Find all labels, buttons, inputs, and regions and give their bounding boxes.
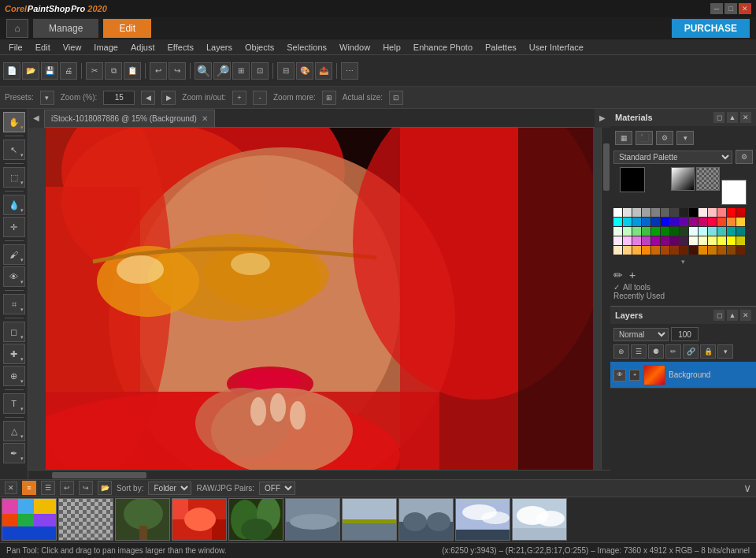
- color-cell[interactable]: [689, 218, 698, 226]
- actual-size-icon[interactable]: ⊡: [251, 62, 269, 80]
- export-icon[interactable]: 📤: [315, 62, 332, 80]
- add-color-icon[interactable]: +: [629, 269, 636, 281]
- materials-float-btn[interactable]: ▲: [727, 112, 738, 123]
- filmstrip-thumb-6[interactable]: [285, 498, 340, 541]
- menu-help[interactable]: Help: [377, 41, 406, 54]
- pen-tool-button[interactable]: ✒▾: [3, 443, 25, 463]
- filmstrip-thumb-5[interactable]: [228, 498, 284, 541]
- color-cell[interactable]: [632, 208, 641, 217]
- color-cell[interactable]: [699, 246, 707, 255]
- color-cell[interactable]: [680, 208, 688, 217]
- color-cell[interactable]: [613, 246, 622, 255]
- color-cell[interactable]: [689, 236, 698, 245]
- color-cell[interactable]: [727, 236, 736, 245]
- color-cell[interactable]: [642, 208, 650, 217]
- color-cell[interactable]: [613, 236, 622, 245]
- eye-button[interactable]: 👁▾: [3, 266, 25, 287]
- filmstrip-close-btn[interactable]: ✕: [5, 482, 17, 494]
- color-cell[interactable]: [736, 218, 745, 226]
- color-cell[interactable]: [642, 227, 650, 236]
- color-cell[interactable]: [670, 208, 679, 217]
- menu-selections[interactable]: Selections: [281, 41, 332, 54]
- layer-expand-btn[interactable]: +: [629, 370, 640, 381]
- palette-icon[interactable]: 🎨: [296, 62, 313, 80]
- filmstrip-thumb-4[interactable]: [172, 498, 227, 541]
- color-cell[interactable]: [651, 208, 660, 217]
- layer-visibility-toggle[interactable]: 👁: [613, 369, 626, 381]
- menu-enhance[interactable]: Enhance Photo: [408, 41, 478, 54]
- overview-icon[interactable]: ⊟: [277, 62, 295, 80]
- color-cell[interactable]: [632, 246, 641, 255]
- cut-icon[interactable]: ✂: [86, 62, 103, 80]
- color-cell[interactable]: [670, 227, 679, 236]
- menu-effects[interactable]: Effects: [162, 41, 199, 54]
- redo-icon[interactable]: ↪: [169, 62, 186, 80]
- color-cell[interactable]: [699, 236, 707, 245]
- color-cell[interactable]: [717, 218, 726, 226]
- pan-tool-button[interactable]: ✋▾: [3, 112, 25, 132]
- menu-view[interactable]: View: [57, 41, 87, 54]
- filmstrip-thumb-3[interactable]: [115, 498, 170, 541]
- layer-mask-btn[interactable]: ⚈: [648, 344, 664, 359]
- layers-float-btn[interactable]: ▲: [727, 310, 738, 321]
- pattern-swatch[interactable]: [696, 167, 720, 191]
- color-cell[interactable]: [708, 236, 717, 245]
- color-cell[interactable]: [623, 236, 632, 245]
- edit-tab[interactable]: Edit: [103, 19, 151, 38]
- color-cell[interactable]: [651, 246, 660, 255]
- crop-tool-button[interactable]: ⌗▾: [3, 294, 25, 314]
- color-cell[interactable]: [699, 208, 707, 217]
- hscroll-thumb[interactable]: [52, 472, 146, 478]
- paste-icon[interactable]: 📋: [124, 62, 141, 80]
- sort-dropdown[interactable]: Folder: [148, 482, 191, 495]
- select-tool-button[interactable]: ↖▾: [3, 140, 25, 160]
- filmstrip-thumb-2[interactable]: [58, 498, 113, 541]
- color-cell[interactable]: [736, 227, 745, 236]
- shape-tool-button[interactable]: △▾: [3, 421, 25, 441]
- color-cell[interactable]: [680, 218, 688, 226]
- zoom-up-btn[interactable]: ▶: [161, 91, 176, 105]
- save-icon[interactable]: 💾: [41, 62, 58, 80]
- color-cell[interactable]: [613, 218, 622, 226]
- canvas-tab[interactable]: iStock-1018087886 @ 15% (Background) ✕: [44, 110, 215, 127]
- color-cell[interactable]: [623, 227, 632, 236]
- menu-edit[interactable]: Edit: [30, 41, 56, 54]
- gradient-swatch[interactable]: [671, 167, 695, 191]
- filmstrip-thumb-9[interactable]: [455, 498, 510, 541]
- materials-icon-1[interactable]: ▦: [615, 131, 632, 145]
- color-cell[interactable]: [670, 218, 679, 226]
- zoom-out-icon[interactable]: 🔍: [195, 62, 212, 80]
- paint-brush-button[interactable]: 🖌▾: [3, 244, 25, 265]
- materials-icon-4[interactable]: ▾: [676, 131, 694, 145]
- color-cell[interactable]: [727, 227, 736, 236]
- filmstrip-grid-btn[interactable]: ≡: [22, 481, 36, 495]
- color-cell[interactable]: [661, 218, 669, 226]
- color-cell[interactable]: [670, 236, 679, 245]
- color-cell[interactable]: [736, 246, 745, 255]
- eyedropper-button[interactable]: 💧▾: [3, 195, 25, 215]
- blend-mode-select[interactable]: Normal: [613, 328, 669, 341]
- color-cell[interactable]: [623, 208, 632, 217]
- color-cell[interactable]: [680, 246, 688, 255]
- heal-button[interactable]: ✚▾: [3, 344, 25, 364]
- color-cell[interactable]: [717, 236, 726, 245]
- opacity-input[interactable]: [671, 327, 699, 341]
- materials-close-btn[interactable]: ✕: [740, 112, 751, 123]
- menu-adjust[interactable]: Adjust: [125, 41, 161, 54]
- print-icon[interactable]: 🖨: [60, 62, 77, 80]
- color-cell[interactable]: [651, 236, 660, 245]
- zoom-out-btn[interactable]: -: [253, 91, 267, 105]
- home-button[interactable]: ⌂: [6, 19, 28, 38]
- palette-more-btn[interactable]: ▾: [613, 258, 753, 266]
- color-cell[interactable]: [670, 246, 679, 255]
- move-tool-button[interactable]: ✛: [3, 217, 25, 237]
- layers-restore-btn[interactable]: ◻: [713, 310, 724, 321]
- layers-close-btn[interactable]: ✕: [740, 310, 751, 321]
- color-cell[interactable]: [661, 227, 669, 236]
- color-cell[interactable]: [642, 236, 650, 245]
- layer-edit-btn[interactable]: ✏: [665, 344, 681, 359]
- text-tool-button[interactable]: T▾: [3, 393, 25, 414]
- zoom-in-icon[interactable]: 🔎: [213, 62, 231, 80]
- menu-window[interactable]: Window: [334, 41, 376, 54]
- canvas-scroll[interactable]: [28, 128, 610, 470]
